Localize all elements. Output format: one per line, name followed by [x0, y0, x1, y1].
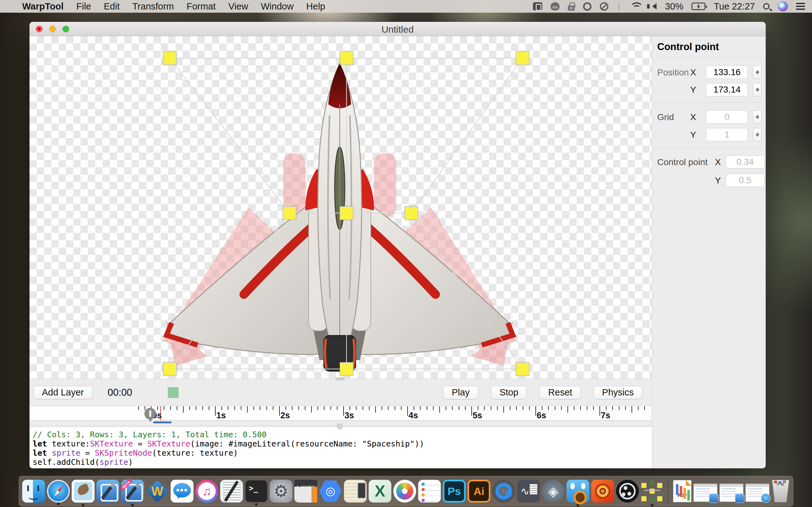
dock-messages-icon[interactable]: •••: [171, 480, 194, 503]
dock-ethereum-icon[interactable]: ◈: [542, 480, 565, 503]
stepper-control[interactable]: [753, 128, 762, 141]
control-point-x-field[interactable]: [726, 155, 764, 169]
warp-canvas[interactable]: [30, 36, 652, 379]
dock-terminal-icon[interactable]: >_: [245, 480, 268, 503]
dock-appengine-icon[interactable]: ◎: [319, 480, 342, 503]
ruler-tick: [317, 406, 318, 410]
dock-obs-icon[interactable]: [616, 480, 639, 503]
helmet-status-icon[interactable]: [551, 2, 560, 10]
play-button[interactable]: Play: [443, 386, 478, 399]
slash-circle-icon[interactable]: [600, 2, 608, 11]
menu-file[interactable]: File: [76, 1, 91, 11]
dock-itunes-icon[interactable]: ♫: [195, 480, 218, 503]
dock-mail-icon[interactable]: [72, 480, 95, 503]
dock-spiral-icon[interactable]: [591, 480, 614, 503]
ruler-tick: [478, 406, 478, 410]
inspector-row: Control pointX: [652, 155, 766, 169]
warp-control-point-3[interactable]: [283, 206, 296, 220]
menu-view[interactable]: View: [229, 1, 248, 11]
volume-icon[interactable]: [649, 3, 657, 9]
dock-icon-glyph: >_: [240, 475, 267, 502]
code-splitter-handle[interactable]: [337, 424, 343, 429]
warp-control-point-4[interactable]: [340, 206, 353, 220]
menu-window[interactable]: Window: [261, 1, 293, 11]
warp-control-point-1[interactable]: [340, 51, 353, 65]
menu-format[interactable]: Format: [187, 1, 216, 11]
dock-tweetbot-icon[interactable]: [566, 480, 589, 503]
ruler-tick: [299, 406, 299, 410]
dock-trash-icon[interactable]: [771, 480, 790, 502]
dock-soulver-icon[interactable]: [344, 480, 367, 503]
keyboard-switcher-icon[interactable]: [533, 2, 542, 10]
ruler-tick: [228, 406, 229, 410]
position-y-field[interactable]: [706, 83, 748, 96]
reset-button[interactable]: Reset: [540, 386, 581, 399]
menu-edit[interactable]: Edit: [104, 1, 119, 11]
warp-control-point-7[interactable]: [340, 362, 353, 376]
playhead-pin[interactable]: [144, 408, 156, 419]
dock-excel-icon[interactable]: X: [368, 480, 392, 503]
menu-help[interactable]: Help: [306, 1, 325, 11]
notification-center-icon[interactable]: [796, 3, 805, 10]
title-bar[interactable]: Untitled: [30, 22, 766, 36]
inspector-row: Y: [652, 128, 766, 141]
physics-button[interactable]: Physics: [594, 386, 642, 399]
warp-control-point-8[interactable]: [516, 362, 529, 376]
control-bar: Add Layer 00:00 Play Stop Reset Physics: [30, 379, 652, 406]
stepper-control[interactable]: [753, 110, 762, 124]
warp-control-point-2[interactable]: [516, 51, 529, 65]
canvas-splitter-handle[interactable]: [336, 377, 345, 380]
stepper-control[interactable]: [753, 83, 762, 96]
inspector-row-label: Grid: [657, 112, 674, 122]
app-menu-warptool[interactable]: WarpTool: [22, 1, 63, 12]
dock-textwrangler-icon[interactable]: W: [146, 480, 169, 503]
dock-pdfdoc-icon[interactable]: PDF: [673, 480, 692, 502]
keychain-lock-icon[interactable]: [568, 5, 575, 11]
ruler-tick: [235, 406, 235, 410]
dock-icon-glyph: ‿: [22, 486, 45, 503]
ruler-tick: [484, 406, 485, 410]
dock-calculator-icon[interactable]: 3.1415926: [294, 480, 317, 503]
add-layer-button[interactable]: Add Layer: [33, 386, 92, 399]
menu-transform[interactable]: Transform: [132, 1, 174, 11]
spotlight-icon[interactable]: [763, 3, 769, 9]
dock-photos-icon[interactable]: [393, 480, 416, 503]
dock-photoshop-icon[interactable]: Ps: [443, 480, 466, 503]
ruler-tick: [247, 406, 248, 412]
dock-xcodebeta-icon[interactable]: BETA: [121, 480, 144, 503]
dock-warptool-icon[interactable]: [641, 480, 664, 503]
warp-control-point-6[interactable]: [163, 362, 177, 376]
code-pane[interactable]: // Cols: 3, Rows: 3, Layers: 1, Total ti…: [30, 427, 652, 468]
dock-minwin-xcode-1-icon[interactable]: [693, 484, 717, 502]
menu-bar: WarpTool FileEditTransformFormatViewWind…: [0, 0, 812, 13]
siri-icon[interactable]: [778, 1, 788, 11]
grid-y-field[interactable]: [706, 128, 748, 141]
ruler-tick: [356, 406, 357, 410]
dock-minwin-safari-1-icon[interactable]: [745, 484, 769, 502]
timeline-ruler[interactable]: 0s1s2s3s4s5s6s7s: [30, 406, 652, 420]
ruler-tick: [536, 406, 536, 416]
dock-illustrator-icon[interactable]: Ai: [467, 480, 490, 503]
grid-x-field[interactable]: [706, 110, 748, 124]
layer-color-swatch[interactable]: [168, 387, 179, 398]
wifi-icon[interactable]: [630, 2, 641, 10]
creative-cloud-icon[interactable]: [583, 2, 592, 11]
dock-audionote-icon[interactable]: ∿: [517, 480, 540, 503]
dock-finder-icon[interactable]: ‿: [22, 480, 45, 503]
battery-percent: 30%: [665, 1, 683, 12]
dock-minwin-xcode-2-icon[interactable]: [719, 484, 744, 502]
bluetooth-icon[interactable]: ᛒ: [617, 2, 622, 11]
battery-charging-icon[interactable]: [692, 3, 705, 10]
dock-sysprefs-icon[interactable]: ⚙: [270, 480, 293, 503]
dock-reminders-icon[interactable]: [418, 480, 441, 503]
position-x-field[interactable]: [706, 66, 748, 79]
menu-clock[interactable]: Tue 22:27: [714, 1, 755, 12]
control-point-y-field[interactable]: [726, 174, 764, 187]
stop-button[interactable]: Stop: [491, 386, 527, 399]
warp-control-point-0[interactable]: [163, 51, 177, 65]
warp-control-point-5[interactable]: [404, 206, 418, 220]
stepper-control[interactable]: [753, 66, 762, 79]
dock-safari-icon[interactable]: [47, 480, 70, 503]
ruler-tick: [433, 406, 434, 410]
dock-xcode-icon[interactable]: [96, 480, 119, 503]
